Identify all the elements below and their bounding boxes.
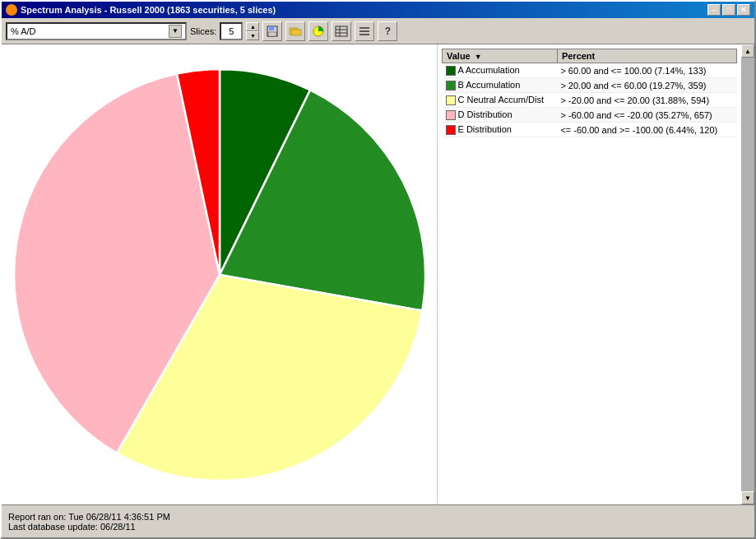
legend-row: E Distribution<= -60.00 and >= -100.00 (… [443,123,737,137]
legend-color-box [446,66,456,76]
scroll-track[interactable] [741,58,754,491]
slices-spinner: ▲ ▼ [246,22,259,40]
spin-down-button[interactable]: ▼ [246,31,259,40]
scrollbar: ▲ ▼ [741,44,754,504]
minimize-button[interactable]: – [707,4,721,16]
pie-chart-button[interactable] [308,21,328,41]
col-header-percent: Percent [557,49,736,63]
legend-label: E Distribution [458,124,512,134]
legend-color-box [446,125,456,135]
legend-row: D Distribution> -60.00 and <= -20.00 (35… [443,108,737,123]
col-header-value: Value ▼ [443,49,558,63]
chart-area [2,44,437,504]
svg-rect-4 [291,30,301,35]
legend-label-cell: E Distribution [443,123,558,137]
legend-row: B Accumulation> 20.00 and <= 60.00 (19.2… [443,78,737,93]
save-button[interactable] [262,21,282,41]
legend-table: Value ▼ Percent A Accumulation> 60.00 an… [442,49,737,137]
app-icon [6,4,17,16]
maximize-button[interactable]: □ [722,4,735,16]
open-button[interactable] [285,21,305,41]
legend-label: C Neutral Accum/Dist [458,95,545,105]
dropdown-value: % A/D [11,26,36,36]
legend-label-cell: B Accumulation [443,78,558,93]
close-button[interactable]: ✕ [737,4,750,16]
dropdown-arrow-icon[interactable]: ▼ [169,25,182,38]
svg-rect-1 [269,26,274,30]
slices-label: Slices: [190,26,216,36]
legend-row: A Accumulation> 60.00 and <= 100.00 (7.1… [443,63,737,78]
title-buttons: – □ ✕ [707,4,750,16]
indicator-dropdown[interactable]: % A/D ▼ [6,22,187,40]
help-button[interactable]: ? [378,21,397,41]
scroll-up-button[interactable]: ▲ [741,44,754,58]
title-bar: Spectrum Analysis - Russell 2000 (1863 s… [2,2,754,18]
legend-range-cell: > -60.00 and <= -20.00 (35.27%, 657) [557,108,736,123]
svg-rect-6 [336,26,347,36]
title-bar-left: Spectrum Analysis - Russell 2000 (1863 s… [6,4,276,16]
legend-color-box [446,81,456,91]
main-window: Spectrum Analysis - Russell 2000 (1863 s… [0,0,756,539]
content-area [2,44,437,504]
legend-row: C Neutral Accum/Dist> -20.00 and <= 20.0… [443,93,737,108]
legend-label: D Distribution [458,109,513,119]
slices-input[interactable]: 5 [220,22,243,40]
legend-label-cell: A Accumulation [443,63,558,78]
last-update-text: Last database update: 06/28/11 [8,522,748,532]
legend-range-cell: > -20.00 and <= 20.00 (31.88%, 594) [557,93,736,108]
pie-chart [14,69,425,481]
list-button[interactable] [355,21,374,41]
report-ran-text: Report ran on: Tue 06/28/11 4:36:51 PM [8,512,748,522]
legend-range-cell: > 20.00 and <= 60.00 (19.27%, 359) [557,78,736,93]
legend-color-box [446,95,456,105]
legend-range-cell: > 60.00 and <= 100.00 (7.14%, 133) [557,63,736,78]
spin-up-button[interactable]: ▲ [246,22,259,31]
legend-label: A Accumulation [458,65,520,75]
toolbar: % A/D ▼ Slices: 5 ▲ ▼ ? [2,18,754,44]
help-icon: ? [385,26,391,37]
legend-panel: Value ▼ Percent A Accumulation> 60.00 an… [437,44,741,504]
legend-color-box [446,110,456,120]
scroll-down-button[interactable]: ▼ [741,491,754,504]
svg-rect-2 [268,32,276,36]
legend-label-cell: D Distribution [443,108,558,123]
sort-arrow-icon: ▼ [475,53,482,61]
legend-range-cell: <= -60.00 and >= -100.00 (6.44%, 120) [557,123,736,137]
legend-label-cell: C Neutral Accum/Dist [443,93,558,108]
legend-label: B Accumulation [458,80,521,90]
table-button[interactable] [332,21,351,41]
status-bar: Report ran on: Tue 06/28/11 4:36:51 PM L… [2,504,754,537]
window-title: Spectrum Analysis - Russell 2000 (1863 s… [21,5,276,15]
